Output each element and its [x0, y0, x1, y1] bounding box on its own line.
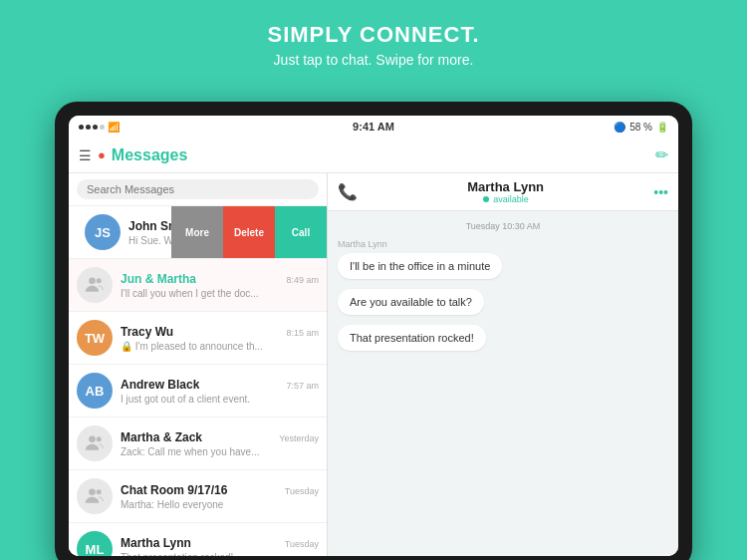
status-time: 9:41 AM	[353, 121, 394, 133]
conv-item-martha-zack[interactable]: Martha & Zack Yesterday Zack: Call me wh…	[69, 418, 327, 470]
wifi-icon: 📶	[108, 122, 120, 133]
conv-header-chat-room: Chat Room 9/17/16 Tuesday	[121, 483, 319, 497]
conv-name-tracy-wu: Tracy Wu	[121, 325, 173, 339]
conv-name-chat-room: Chat Room 9/17/16	[121, 483, 227, 497]
more-icon[interactable]: •••	[653, 184, 668, 200]
conv-header-tracy-wu: Tracy Wu 8:15 am	[121, 325, 319, 339]
conv-content-martha-zack: Martha & Zack Yesterday Zack: Call me wh…	[121, 430, 319, 457]
avatar-chat-room	[77, 478, 113, 514]
conv-item-tracy-wu[interactable]: TW Tracy Wu 8:15 am 🔒 I'm pleased to ann…	[69, 312, 327, 365]
avatar-john-smith: JS	[85, 214, 121, 250]
search-bar	[69, 173, 327, 206]
conv-header-martha-lynn: Martha Lynn Tuesday	[121, 536, 319, 550]
message-row-3: That presentation rocked!	[338, 325, 668, 357]
device-screen: 📶 9:41 AM 🔵 58 % 🔋 ☰ ● Messages ✏	[69, 116, 678, 556]
signal-dots	[79, 125, 105, 130]
app-title: SIMPLY CONNECT.	[0, 22, 747, 48]
conv-time-martha-lynn: Tuesday	[285, 539, 319, 549]
swipe-call-btn[interactable]: Call	[275, 206, 327, 258]
conv-name-jun-martha: Jun & Martha	[121, 272, 196, 286]
conv-item-andrew-black[interactable]: AB Andrew Black 7:57 am I just got out o…	[69, 365, 327, 418]
battery-icon: 🔋	[656, 122, 668, 133]
svg-point-3	[97, 436, 102, 441]
swipe-delete-btn[interactable]: Delete	[223, 206, 275, 258]
status-left: 📶	[79, 122, 120, 133]
signal-dot-4	[100, 125, 105, 130]
search-input[interactable]	[77, 179, 319, 199]
conv-preview-martha-zack: Zack: Call me when you have...	[121, 446, 319, 457]
svg-point-0	[89, 278, 96, 285]
signal-dot-1	[79, 125, 84, 130]
avatar-martha-zack	[77, 425, 113, 461]
conv-header-martha-zack: Martha & Zack Yesterday	[121, 430, 319, 444]
conv-time-chat-room: Tuesday	[285, 486, 319, 496]
top-nav: ☰ ● Messages ✏	[69, 138, 678, 173]
message-bubble-1: I'll be in the office in a minute	[338, 253, 502, 279]
nav-left: ☰ ● Messages	[79, 146, 187, 164]
avatar-jun-martha	[77, 267, 113, 303]
chat-contact-name: Martha Lynn	[467, 179, 544, 194]
conv-preview-jun-martha: I'll call you when I get the doc...	[121, 288, 319, 299]
conv-time-andrew-black: 7:57 am	[286, 381, 319, 391]
hamburger-icon[interactable]: ☰	[79, 147, 92, 163]
svg-point-4	[89, 489, 96, 496]
conv-content-chat-room: Chat Room 9/17/16 Tuesday Martha: Hello …	[121, 483, 319, 510]
swipe-actions: More Delete Call	[171, 206, 327, 258]
chat-contact-info: Martha Lynn available	[467, 179, 544, 204]
conv-preview-tracy-wu: 🔒 I'm pleased to announce th...	[121, 341, 319, 352]
nav-title: Messages	[112, 146, 188, 164]
conv-content-jun-martha: Jun & Martha 8:49 am I'll call you when …	[121, 272, 319, 299]
avatar-martha-lynn: ML	[77, 531, 113, 556]
conv-item-martha-lynn[interactable]: ML Martha Lynn Tuesday That presentation…	[69, 523, 327, 556]
conv-content-andrew-black: Andrew Black 7:57 am I just got out of a…	[121, 378, 319, 405]
conv-content-martha-lynn: Martha Lynn Tuesday That presentation ro…	[121, 536, 319, 557]
conv-name-andrew-black: Andrew Black	[121, 378, 199, 392]
chat-date: Tuesday 10:30 AM	[338, 221, 668, 231]
conv-preview-andrew-black: I just got out of a client event.	[121, 394, 319, 405]
conv-item-chat-room[interactable]: Chat Room 9/17/16 Tuesday Martha: Hello …	[69, 470, 327, 523]
svg-point-2	[89, 436, 96, 443]
conv-time-jun-martha: 8:49 am	[286, 275, 319, 285]
content-area: JS John Smith ● 10:55 am Hi Sue. We have…	[69, 173, 678, 556]
conversations-list: JS John Smith ● 10:55 am Hi Sue. We have…	[69, 206, 327, 556]
svg-point-5	[97, 489, 102, 494]
device-frame: 📶 9:41 AM 🔵 58 % 🔋 ☰ ● Messages ✏	[55, 102, 692, 560]
signal-dot-2	[86, 125, 91, 130]
chat-messages: Tuesday 10:30 AM Martha Lynn I'll be in …	[328, 211, 678, 556]
conv-time-tracy-wu: 8:15 am	[286, 328, 319, 338]
avatar-andrew-black: AB	[77, 373, 113, 409]
svg-point-1	[97, 278, 102, 283]
battery-text: 58 %	[629, 122, 652, 133]
message-row-1: I'll be in the office in a minute	[338, 253, 668, 285]
message-row-2: Are you available to talk?	[338, 289, 668, 321]
app-header: SIMPLY CONNECT. Just tap to chat. Swipe …	[0, 0, 747, 84]
conv-item-jun-martha[interactable]: Jun & Martha 8:49 am I'll call you when …	[69, 259, 327, 312]
status-right: 🔵 58 % 🔋	[614, 122, 668, 133]
conv-time-martha-zack: Yesterday	[279, 433, 319, 443]
status-bar: 📶 9:41 AM 🔵 58 % 🔋	[69, 116, 678, 138]
status-dot-icon	[483, 196, 489, 202]
chat-header: 📞 Martha Lynn available •••	[328, 173, 678, 211]
message-bubble-2: Are you available to talk?	[338, 289, 484, 315]
conv-header-andrew-black: Andrew Black 7:57 am	[121, 378, 319, 392]
conv-name-martha-zack: Martha & Zack	[121, 430, 202, 444]
chat-area: 📞 Martha Lynn available ••• Tuesday 10:3…	[328, 173, 678, 556]
app-subtitle: Just tap to chat. Swipe for more.	[0, 52, 747, 68]
chat-contact-status: available	[467, 194, 544, 204]
message-list: JS John Smith ● 10:55 am Hi Sue. We have…	[69, 173, 328, 556]
message-bubble-3: That presentation rocked!	[338, 325, 486, 351]
conv-preview-martha-lynn: That presentation rocked!	[121, 552, 319, 557]
swipe-more-btn[interactable]: More	[171, 206, 223, 258]
bluetooth-icon: 🔵	[614, 122, 625, 133]
signal-dot-3	[93, 125, 98, 130]
messages-badge-icon: ●	[98, 147, 106, 162]
conv-preview-chat-room: Martha: Hello everyone	[121, 499, 319, 510]
avatar-tracy-wu: TW	[77, 320, 113, 356]
sender-label: Martha Lynn	[338, 239, 668, 249]
edit-icon[interactable]: ✏	[655, 145, 668, 164]
conv-name-martha-lynn: Martha Lynn	[121, 536, 191, 550]
conv-item-john-smith[interactable]: JS John Smith ● 10:55 am Hi Sue. We have…	[69, 206, 327, 259]
call-icon[interactable]: 📞	[338, 182, 358, 201]
conv-header-jun-martha: Jun & Martha 8:49 am	[121, 272, 319, 286]
conv-content-tracy-wu: Tracy Wu 8:15 am 🔒 I'm pleased to announ…	[121, 325, 319, 352]
